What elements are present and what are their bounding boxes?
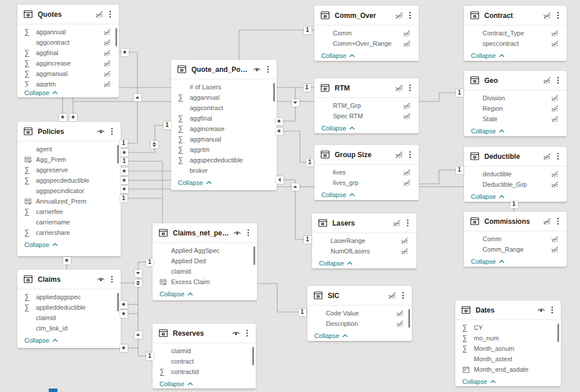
field-row[interactable]: ∑mo_num [455,333,561,343]
field-row[interactable]: aggspecindicator [17,186,121,196]
field-row[interactable]: lives_grp [314,177,419,188]
scrollbar[interactable] [117,293,119,311]
field-row[interactable]: ∑carriershare [17,227,121,238]
collapse-link[interactable]: Collapse [153,288,257,300]
filter-direction-up-arrow[interactable] [134,94,142,101]
cardinality-one-label[interactable]: 1 [146,353,154,360]
field-row[interactable]: aggcontract [17,37,119,48]
more-options-button[interactable] [554,217,561,226]
field-row[interactable]: Division [464,93,567,103]
filter-direction-up-arrow[interactable] [135,331,142,339]
table-card-header[interactable]: Claims [17,270,121,289]
field-row[interactable]: deductible [464,169,567,179]
filter-direction-left-arrow[interactable] [276,176,284,184]
field-row[interactable]: Comm [314,28,419,38]
scrollbar[interactable] [115,28,117,46]
collapse-link[interactable]: Collapse [314,122,419,133]
filter-direction-both-arrow[interactable] [135,280,142,287]
filter-direction-both-arrow[interactable] [151,141,158,148]
cardinality-one-label[interactable]: 1 [304,236,311,244]
field-row[interactable]: claimid [17,313,121,323]
more-options-button[interactable] [108,127,115,136]
table-card-deductible[interactable]: DeductibledeductibleDeductible_GrpCollap… [464,147,567,202]
field-row[interactable]: Comm_Range [464,244,567,255]
field-row[interactable]: Comm [464,234,567,244]
table-card-group-size[interactable]: Group Sizeliveslives_grpCollapse [314,145,419,200]
eye-off-icon[interactable] [542,217,552,226]
field-row[interactable]: claimid [153,346,256,356]
eye-off-icon[interactable] [542,11,552,20]
more-options-button[interactable] [554,152,561,161]
cardinality-one-label[interactable]: 1 [303,84,311,92]
table-card-header[interactable]: Deductible [464,147,567,166]
eye-icon[interactable] [96,275,106,284]
cardinality-many-label[interactable]: * [59,114,67,121]
field-row[interactable]: Description [307,318,412,329]
field-row[interactable]: ∑aggfinal [171,113,277,124]
cardinality-one-label[interactable]: 1 [120,195,128,202]
table-card-header[interactable]: Commissions [464,212,567,231]
cardinality-many-label[interactable]: * [120,301,128,308]
table-card-header[interactable]: SIC [307,286,412,306]
table-card-quotes[interactable]: Quotes∑aggannualaggcontract∑aggfinal∑agg… [17,5,119,97]
field-row[interactable]: RTM_Grp [314,100,419,111]
table-card-reserves[interactable]: Reservesclaimidcontract∑contractidCollap… [153,324,256,389]
eye-off-icon[interactable] [394,150,404,159]
collapse-link[interactable]: Collapse [171,177,277,190]
cardinality-many-label[interactable]: * [276,128,283,135]
table-card-header[interactable]: RTM [314,78,419,98]
scrollbar[interactable] [408,309,410,328]
field-row[interactable]: ∑aggrtm [17,79,119,87]
more-options-button[interactable] [400,291,406,300]
collapse-link[interactable]: Collapse [312,257,416,268]
table-card-header[interactable]: Group Size [314,145,419,165]
field-row[interactable]: Month_end_asdate [455,364,561,375]
cardinality-one-label[interactable]: 1 [121,158,128,165]
table-card-dates[interactable]: Dates∑CY∑mo_num∑Month_asnumMonth_astextM… [455,300,561,386]
cardinality-one-label[interactable]: 1 [164,122,171,129]
field-row[interactable]: ∑aggannual [171,92,277,103]
collapse-link[interactable]: Collapse [17,87,119,97]
scrollbar[interactable] [557,324,559,342]
cardinality-many-label[interactable]: * [121,168,128,175]
table-card-header[interactable]: Quotes [17,5,119,24]
eye-off-icon[interactable] [387,291,397,300]
field-row[interactable]: ∑aggincrease [17,58,119,68]
field-row[interactable]: Code Value [307,308,412,318]
eye-off-icon[interactable] [394,11,404,20]
scrollbar[interactable] [117,145,119,164]
field-row[interactable]: lives [314,167,419,177]
field-row[interactable]: carriername [17,217,121,227]
collapse-link[interactable]: Collapse [153,378,256,389]
field-row[interactable]: Annualized_Prem [17,196,121,206]
field-row[interactable]: Spec RTM [314,111,419,121]
more-options-button[interactable] [245,228,251,237]
table-card-header[interactable]: Quote_and_Pol_Data [171,60,277,79]
more-options-button[interactable] [404,219,411,227]
field-row[interactable]: ∑Month_asnum [455,343,561,354]
cardinality-many-label[interactable]: * [63,257,71,264]
table-card-contract[interactable]: ContractContract_TypespeccontractCollaps… [464,6,567,61]
eye-off-icon[interactable] [392,219,401,228]
collapse-link[interactable]: Collapse [314,50,419,61]
more-options-button[interactable] [244,329,250,337]
field-row[interactable]: Agg_Prem [17,154,121,165]
more-options-button[interactable] [407,150,413,159]
field-row[interactable]: claimid [153,266,257,277]
table-card-commissions[interactable]: CommissionsCommComm_RangeCollapse [464,212,567,267]
field-row[interactable]: ∑aggmanual [171,134,277,144]
eye-icon[interactable] [536,306,546,315]
more-options-button[interactable] [108,275,115,284]
table-card-lasers[interactable]: LasersLaserRangeNumOfLasersCollapse [312,213,416,268]
field-row[interactable]: Deductible_Grp [464,179,567,190]
field-row[interactable]: speccontract [464,38,567,49]
table-card-header[interactable]: Geo [464,71,567,90]
field-row[interactable]: ∑aggspecdeductible [171,155,277,165]
field-row[interactable]: ∑aggfinal [17,48,119,58]
filter-direction-down-arrow[interactable] [135,270,142,277]
collapse-link[interactable]: Collapse [464,125,567,136]
field-row[interactable]: ∑aggannual [17,27,119,37]
table-card-header[interactable]: Contract [464,6,567,26]
eye-off-icon[interactable] [394,84,404,93]
cardinality-one-label[interactable]: 1 [456,166,463,174]
